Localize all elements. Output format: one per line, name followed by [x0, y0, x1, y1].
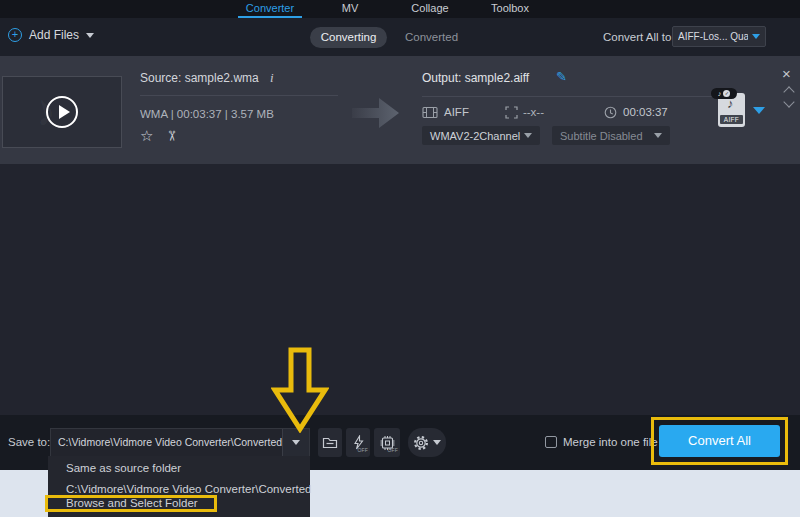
- menu-item-default-path[interactable]: C:\Vidmore\Vidmore Video Converter\Conve…: [66, 483, 311, 495]
- source-meta: WMA | 00:03:37 | 3.57 MB: [140, 108, 274, 120]
- main-nav-tabs: Converter MV Collage Toolbox: [230, 0, 550, 18]
- toolbar: + Add Files Converting Converted Convert…: [0, 18, 800, 56]
- output-info-row: AIFF --x-- 00:03:37: [422, 104, 668, 120]
- tab-mv[interactable]: MV: [310, 0, 390, 18]
- convert-all-to-label: Convert All to:: [603, 31, 675, 43]
- format-chevron-down-icon[interactable]: [753, 107, 765, 114]
- merge-label: Merge into one file: [563, 436, 658, 448]
- chevron-down-icon: [524, 133, 532, 138]
- file-type-badge: AIFF: [720, 115, 743, 124]
- play-icon: [59, 105, 70, 119]
- save-path-dropdown-button[interactable]: [283, 429, 309, 456]
- menu-item-same-as-source[interactable]: Same as source folder: [66, 462, 181, 474]
- merge-checkbox[interactable]: [545, 436, 557, 448]
- output-filename: Output: sample2.aiff: [422, 71, 529, 85]
- tab-collage[interactable]: Collage: [390, 0, 470, 18]
- music-note-icon: ♪: [718, 88, 722, 99]
- divider: [140, 95, 338, 96]
- settings-button[interactable]: [408, 428, 446, 457]
- convert-all-highlight: Convert All: [651, 417, 788, 465]
- cut-icon[interactable]: ✂: [164, 130, 180, 142]
- transfer-arrow-icon: [352, 95, 400, 131]
- rename-pencil-icon[interactable]: ✎: [556, 69, 567, 84]
- subtitle-select[interactable]: Subtitle Disabled: [552, 126, 670, 145]
- tab-converter[interactable]: Converter: [230, 0, 310, 18]
- clock-icon: [604, 106, 617, 119]
- media-thumbnail: [2, 76, 122, 148]
- audio-codec-value: WMAV2-2Channel: [430, 130, 520, 142]
- film-icon: [422, 106, 438, 119]
- chevron-down-icon: [292, 440, 300, 445]
- chevron-down-icon: [86, 33, 94, 38]
- tab-converted[interactable]: Converted: [405, 31, 458, 43]
- media-item-row: Source: sample2.wma i WMA | 00:03:37 | 3…: [0, 56, 800, 164]
- browse-item-highlight: Browse and Select Folder: [45, 495, 217, 512]
- output-duration: 00:03:37: [623, 106, 668, 118]
- divider: [422, 96, 737, 97]
- menu-item-browse-folder[interactable]: Browse and Select Folder: [66, 498, 232, 509]
- add-files-label: Add Files: [29, 28, 79, 42]
- source-filename: Source: sample2.wma: [140, 71, 259, 85]
- resolution-icon: [505, 106, 518, 119]
- move-down-icon[interactable]: [783, 96, 794, 107]
- file-list-area: [0, 164, 800, 415]
- add-files-button[interactable]: + Add Files: [8, 28, 94, 42]
- output-format-select[interactable]: AIFF-Los... Quality: [672, 26, 766, 47]
- check-icon: ✓: [723, 90, 730, 97]
- source-actions: ☆ ✂: [140, 126, 178, 146]
- tab-converting[interactable]: Converting: [310, 27, 387, 48]
- output-file-type-icon[interactable]: ♪ AIFF ♪ ✓: [718, 93, 745, 127]
- edit-effects-icon[interactable]: ☆: [140, 127, 153, 145]
- output-format-value: AIFF-Los... Quality: [678, 31, 748, 42]
- save-to-label: Save to:: [8, 436, 50, 448]
- play-button[interactable]: [46, 96, 78, 128]
- app-window: Converter MV Collage Toolbox + Add Files…: [0, 0, 800, 517]
- hardware-acceleration-button[interactable]: OFF: [346, 428, 370, 457]
- off-label: OFF: [387, 447, 398, 453]
- off-label: OFF: [357, 447, 368, 453]
- save-path-dropdown-menu: Same as source folder C:\Vidmore\Vidmore…: [48, 456, 310, 517]
- chevron-down-icon: [752, 34, 760, 39]
- chevron-down-icon: [433, 440, 441, 445]
- audio-codec-select[interactable]: WMAV2-2Channel: [422, 126, 540, 145]
- tab-toolbox[interactable]: Toolbox: [470, 0, 550, 18]
- open-folder-button[interactable]: [318, 428, 342, 457]
- audio-selected-badge: ♪ ✓: [711, 88, 737, 99]
- save-path-input[interactable]: C:\Vidmore\Vidmore Video Converter\Conve…: [51, 429, 282, 456]
- info-icon[interactable]: i: [270, 70, 274, 86]
- gpu-acceleration-button[interactable]: OFF: [374, 428, 400, 457]
- output-format: AIFF: [444, 106, 469, 118]
- remove-item-icon[interactable]: ×: [782, 66, 791, 81]
- save-path-field: C:\Vidmore\Vidmore Video Converter\Conve…: [50, 428, 310, 457]
- convert-all-button[interactable]: Convert All: [659, 425, 780, 457]
- folder-icon: [322, 436, 338, 449]
- gear-icon: [413, 435, 429, 451]
- main-tab-bar: Converter MV Collage Toolbox: [0, 0, 800, 18]
- chevron-down-icon: [654, 133, 662, 138]
- plus-circle-icon: +: [8, 28, 22, 42]
- subtitle-value: Subtitle Disabled: [560, 130, 643, 142]
- output-resolution: --x--: [523, 106, 544, 118]
